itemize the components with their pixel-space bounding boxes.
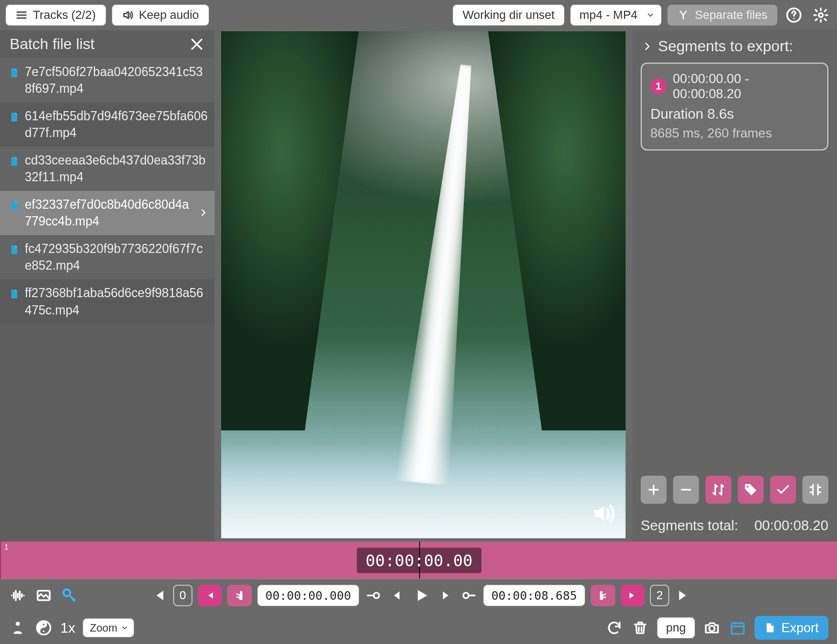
batch-file-list-body: 7e7cf506f27baa0420652341c538f697.mp4614e… xyxy=(0,58,215,324)
close-file-list-button[interactable] xyxy=(189,36,205,52)
toggle-segment-button[interactable] xyxy=(770,476,796,504)
file-row[interactable]: fc472935b320f9b7736220f67f7ce852.mp4 xyxy=(0,235,215,279)
cut-mode-button[interactable] xyxy=(9,619,27,637)
step-forward-icon xyxy=(437,587,453,604)
step-forward-button[interactable] xyxy=(436,586,454,605)
chevron-right-icon xyxy=(642,41,653,52)
chevron-down-icon xyxy=(121,624,128,632)
add-segment-button[interactable] xyxy=(641,476,667,504)
schedule-button[interactable] xyxy=(729,619,747,637)
current-time-input[interactable]: 00:00:00.000 xyxy=(257,585,359,606)
rotate-button[interactable] xyxy=(605,619,623,637)
svg-point-10 xyxy=(43,624,44,625)
svg-point-12 xyxy=(709,626,715,631)
capture-format-select[interactable]: png xyxy=(657,617,695,639)
svg-point-11 xyxy=(43,631,44,632)
prev-keyframe-button[interactable] xyxy=(365,586,383,605)
delete-button[interactable] xyxy=(631,619,649,637)
hand-right-icon xyxy=(597,590,609,601)
volume-icon xyxy=(590,501,616,526)
volume-button[interactable] xyxy=(590,501,616,529)
file-name: 614efb55db7d94f673ee75bfa606d77f.mp4 xyxy=(25,108,208,141)
split-vertical-icon xyxy=(808,482,823,497)
help-button[interactable] xyxy=(783,4,805,26)
chevron-right-icon xyxy=(198,205,208,222)
segment-card[interactable]: 1 00:00:00.00 - 00:00:08.20 Duration 8.6… xyxy=(641,63,828,150)
file-row[interactable]: ef32337ef7d0c8b40d6c80d4a779cc4b.mp4 xyxy=(0,191,215,235)
go-start-button[interactable] xyxy=(149,586,168,605)
batch-file-list-title: Batch file list xyxy=(10,36,94,53)
go-end-button[interactable] xyxy=(675,586,693,605)
segment-index-badge: 1 xyxy=(650,78,667,94)
batch-file-list-header: Batch file list xyxy=(0,30,215,58)
yin-yang-icon xyxy=(36,620,52,636)
tag-icon xyxy=(743,482,758,497)
image-icon xyxy=(36,587,52,604)
file-row[interactable]: ff27368bf1aba56d6ce9f9818a56475c.mp4 xyxy=(0,279,215,324)
capture-frame-button[interactable] xyxy=(703,619,721,637)
split-segment-button[interactable] xyxy=(802,476,828,504)
export-button[interactable]: Export xyxy=(754,616,828,640)
file-row[interactable]: 614efb55db7d94f673ee75bfa606d77f.mp4 xyxy=(0,102,215,147)
step-back-button[interactable] xyxy=(388,586,407,605)
file-icon xyxy=(9,66,19,84)
playback-speed-label[interactable]: 1x xyxy=(60,620,75,636)
calendar-icon xyxy=(730,620,746,636)
thumbnails-button[interactable] xyxy=(35,586,53,605)
yin-yang-button[interactable] xyxy=(35,619,53,637)
tracks-label: Tracks (2/2) xyxy=(33,8,96,22)
set-cut-end-button[interactable] xyxy=(591,585,615,606)
end-time-input[interactable]: 00:00:08.685 xyxy=(483,585,585,606)
key-prev-icon xyxy=(366,587,382,604)
segments-header[interactable]: Segments to export: xyxy=(642,38,828,55)
waveform-button[interactable] xyxy=(9,586,27,605)
segments-total-row: Segments total: 00:00:08.20 xyxy=(641,517,828,534)
file-icon xyxy=(9,199,19,216)
file-row[interactable]: 7e7cf506f27baa0420652341c538f697.mp4 xyxy=(0,58,215,102)
output-format-select[interactable]: mp4 - MP4 xyxy=(570,4,662,26)
zoom-select[interactable]: Zoom xyxy=(83,618,134,638)
file-name: cd33ceeaa3e6cb437d0ea33f73b32f11.mp4 xyxy=(25,152,208,186)
timeline-segment-label: 1 xyxy=(4,543,9,551)
transport-bar: 0 00:00:00.000 00:00:08.685 2 xyxy=(0,579,837,612)
segments-panel: Segments to export: 1 00:00:00.00 - 00:0… xyxy=(632,30,837,542)
working-dir-button[interactable]: Working dir unset xyxy=(452,4,565,26)
svg-point-1 xyxy=(793,18,795,19)
tracks-button[interactable]: Tracks (2/2) xyxy=(5,4,106,26)
svg-rect-13 xyxy=(731,623,744,634)
set-cut-start-button[interactable] xyxy=(227,585,252,606)
keep-audio-button[interactable]: Keep audio xyxy=(112,4,209,26)
prev-segment-button[interactable] xyxy=(198,585,222,606)
play-button[interactable] xyxy=(412,586,430,605)
file-name: ff27368bf1aba56d6ce9f9818a56475c.mp4 xyxy=(25,285,208,318)
output-format-value: mp4 - MP4 xyxy=(579,8,637,22)
step-back-icon xyxy=(389,587,406,604)
working-dir-label: Working dir unset xyxy=(463,8,555,22)
timeline[interactable]: 1 00:00:00.00 xyxy=(0,542,837,579)
zoom-select-label: Zoom xyxy=(90,622,117,634)
top-toolbar: Tracks (2/2) Keep audio Working dir unse… xyxy=(0,0,837,30)
cut-start-marker[interactable]: 0 xyxy=(173,585,193,606)
chevron-down-icon xyxy=(646,11,655,19)
svg-point-3 xyxy=(746,485,749,488)
video-preview-area[interactable] xyxy=(215,30,632,542)
segments-total-label: Segments total: xyxy=(641,517,738,534)
next-segment-button[interactable] xyxy=(621,585,644,606)
cut-end-marker[interactable]: 2 xyxy=(650,585,669,606)
split-icon xyxy=(677,9,689,21)
keyframes-button[interactable] xyxy=(60,586,79,605)
next-keyframe-button[interactable] xyxy=(459,586,478,605)
help-icon xyxy=(786,7,802,23)
file-name: 7e7cf506f27baa0420652341c538f697.mp4 xyxy=(25,64,208,97)
file-row[interactable]: cd33ceeaa3e6cb437d0ea33f73b32f11.mp4 xyxy=(0,147,215,191)
timeline-time-display: 00:00:00.00 xyxy=(357,547,482,573)
file-icon xyxy=(9,287,19,305)
sort-segments-button[interactable] xyxy=(705,476,731,504)
remove-segment-button[interactable] xyxy=(673,476,699,504)
capture-format-value: png xyxy=(666,621,686,635)
tag-segment-button[interactable] xyxy=(738,476,764,504)
separate-files-button[interactable]: Separate files xyxy=(667,4,778,26)
gear-icon xyxy=(813,7,829,23)
settings-button[interactable] xyxy=(810,4,832,26)
svg-point-8 xyxy=(16,622,20,626)
